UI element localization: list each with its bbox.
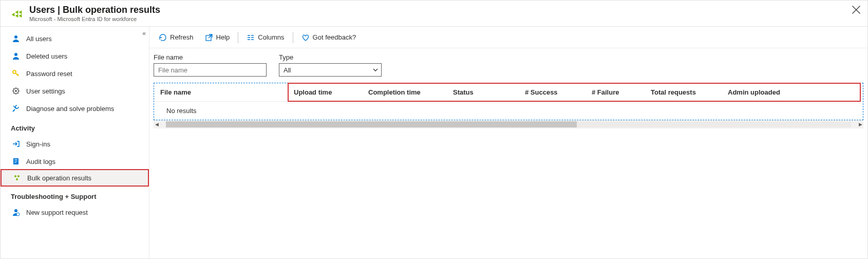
close-icon[interactable] [851, 5, 861, 15]
columns-icon [247, 33, 255, 42]
sidebar-item-audit-logs[interactable]: Audit logs [1, 153, 149, 170]
sidebar-section-activity: Activity [1, 117, 149, 135]
page-title: Users | Bulk operation results [29, 5, 860, 15]
refresh-icon [159, 33, 167, 42]
svg-rect-6 [14, 159, 17, 160]
toolbar-label: Refresh [170, 33, 194, 41]
toolbar-label: Got feedback? [313, 33, 356, 41]
column-header-failure[interactable]: # Failure [586, 88, 645, 96]
results-table: File name Upload time Completion time St… [154, 83, 863, 120]
sidebar-item-label: User settings [26, 87, 65, 95]
sidebar-item-label: New support request [26, 209, 88, 216]
sidebar-item-label: Password reset [26, 70, 72, 78]
sidebar-item-user-settings[interactable]: User settings [1, 82, 149, 100]
type-filter-value: All [284, 66, 291, 74]
sidebar-item-label: Deleted users [26, 52, 67, 60]
svg-point-13 [16, 213, 20, 216]
svg-point-9 [14, 175, 16, 177]
feedback-button[interactable]: Got feedback? [296, 30, 362, 45]
filename-filter-label: File name [154, 53, 267, 61]
collapse-sidebar-icon[interactable]: « [142, 30, 146, 37]
column-header-completion-time[interactable]: Completion time [362, 88, 447, 96]
scroll-track[interactable] [166, 121, 851, 127]
signin-icon [12, 140, 20, 148]
svg-point-11 [16, 178, 18, 180]
external-link-icon [205, 33, 213, 42]
sidebar-item-sign-ins[interactable]: Sign-ins [1, 135, 149, 153]
sidebar-item-label: All users [26, 35, 52, 43]
support-icon [12, 208, 20, 216]
svg-point-12 [14, 209, 17, 212]
sidebar-section-support: Troubleshooting + Support [1, 186, 149, 203]
sidebar-item-diagnose[interactable]: Diagnose and solve problems [1, 100, 149, 117]
horizontal-scrollbar[interactable]: ◀ ▶ [154, 120, 863, 128]
sidebar: « All users Deleted users Password reset… [1, 27, 149, 259]
svg-rect-8 [14, 162, 16, 163]
svg-point-1 [14, 53, 17, 56]
gear-icon [12, 87, 20, 95]
toolbar-label: Columns [258, 33, 284, 41]
entra-logo-icon [10, 6, 24, 20]
log-icon [12, 157, 20, 165]
scroll-right-icon[interactable]: ▶ [857, 122, 863, 127]
wrench-icon [12, 104, 20, 113]
user-icon [12, 34, 20, 43]
sidebar-item-label: Diagnose and solve problems [26, 105, 114, 113]
type-filter-select[interactable]: All [279, 63, 382, 77]
toolbar-separator [293, 32, 293, 43]
filter-bar: File name Type All [149, 48, 867, 83]
sidebar-item-label: Bulk operation results [27, 174, 91, 182]
sidebar-item-all-users[interactable]: All users [1, 30, 149, 47]
page-header: Users | Bulk operation results Microsoft… [1, 1, 867, 27]
svg-point-4 [15, 90, 17, 92]
toolbar: Refresh Help Columns Got feedback [149, 27, 867, 48]
columns-button[interactable]: Columns [241, 30, 289, 45]
sidebar-item-label: Sign-ins [26, 140, 50, 148]
column-header-admin-uploaded[interactable]: Admin uploaded [722, 88, 799, 96]
type-filter-label: Type [279, 53, 382, 61]
column-header-status[interactable]: Status [447, 88, 519, 96]
column-header-upload-time[interactable]: Upload time [288, 88, 362, 96]
scroll-left-icon[interactable]: ◀ [154, 122, 160, 127]
svg-point-10 [17, 175, 20, 177]
heart-icon [301, 33, 310, 42]
sidebar-item-bulk-results[interactable]: Bulk operation results [1, 169, 149, 187]
main-content: Refresh Help Columns Got feedback [149, 27, 867, 259]
toolbar-label: Help [216, 33, 230, 41]
sidebar-item-deleted-users[interactable]: Deleted users [1, 47, 149, 65]
user-icon [12, 52, 20, 60]
column-header-filename[interactable]: File name [154, 88, 288, 96]
sidebar-item-new-support[interactable]: New support request [1, 203, 149, 221]
svg-point-0 [14, 35, 17, 39]
sidebar-item-label: Audit logs [26, 158, 55, 165]
refresh-button[interactable]: Refresh [154, 30, 199, 45]
page-subtitle: Microsoft - Microsoft Entra ID for workf… [29, 16, 860, 22]
table-header-row: File name Upload time Completion time St… [154, 83, 863, 102]
empty-state: No results [154, 102, 863, 120]
sidebar-item-password-reset[interactable]: Password reset [1, 65, 149, 82]
help-button[interactable]: Help [200, 30, 235, 45]
svg-rect-7 [14, 161, 17, 161]
filename-filter-input[interactable] [154, 63, 267, 77]
toolbar-separator [238, 32, 238, 43]
bulk-icon [13, 174, 21, 182]
column-header-success[interactable]: # Success [519, 88, 586, 96]
scroll-thumb[interactable] [166, 121, 577, 127]
chevron-down-icon [372, 67, 379, 73]
column-header-total-requests[interactable]: Total requests [645, 88, 722, 96]
key-icon [12, 69, 20, 78]
